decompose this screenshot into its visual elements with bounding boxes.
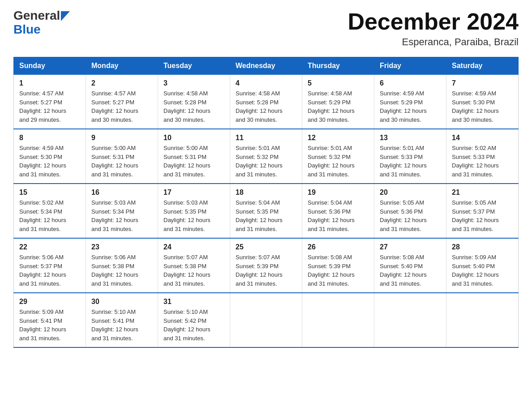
calendar-title: December 2024: [348, 9, 519, 34]
day-number: 9: [91, 134, 152, 142]
logo-wrapper: General Blue: [13, 9, 70, 37]
calendar-location: Esperanca, Paraiba, Brazil: [348, 36, 519, 48]
calendar-cell: 27 Sunrise: 5:08 AMSunset: 5:40 PMDaylig…: [374, 238, 446, 293]
calendar-cell: 16 Sunrise: 5:03 AMSunset: 5:34 PMDaylig…: [86, 184, 158, 238]
calendar-cell: 26 Sunrise: 5:08 AMSunset: 5:39 PMDaylig…: [302, 238, 374, 293]
day-info: Sunrise: 5:05 AMSunset: 5:37 PMDaylight:…: [452, 199, 499, 232]
day-number: 17: [163, 188, 224, 197]
day-info: Sunrise: 5:04 AMSunset: 5:36 PMDaylight:…: [308, 199, 355, 232]
calendar-cell: 15 Sunrise: 5:02 AMSunset: 5:34 PMDaylig…: [14, 184, 86, 238]
calendar-cell: [302, 293, 374, 347]
calendar-cell: 12 Sunrise: 5:01 AMSunset: 5:32 PMDaylig…: [302, 129, 374, 184]
svg-marker-0: [61, 11, 70, 21]
day-info: Sunrise: 4:58 AMSunset: 5:28 PMDaylight:…: [163, 90, 210, 123]
calendar-cell: 7 Sunrise: 4:59 AMSunset: 5:30 PMDayligh…: [446, 75, 519, 129]
day-number: 8: [19, 134, 80, 142]
calendar-cell: [230, 293, 302, 347]
day-number: 31: [163, 298, 224, 306]
calendar-week-row: 29 Sunrise: 5:09 AMSunset: 5:41 PMDaylig…: [14, 293, 519, 347]
day-number: 11: [236, 134, 296, 142]
day-number: 18: [236, 188, 296, 197]
calendar-cell: 3 Sunrise: 4:58 AMSunset: 5:28 PMDayligh…: [158, 75, 230, 129]
day-info: Sunrise: 5:10 AMSunset: 5:42 PMDaylight:…: [163, 308, 210, 342]
day-info: Sunrise: 5:06 AMSunset: 5:37 PMDaylight:…: [19, 254, 66, 287]
day-info: Sunrise: 5:06 AMSunset: 5:38 PMDaylight:…: [91, 254, 138, 287]
calendar-cell: [446, 293, 519, 347]
day-number: 30: [91, 298, 152, 306]
day-number: 29: [19, 298, 80, 306]
header-day-thursday: Thursday: [302, 57, 374, 75]
logo: General Blue: [13, 9, 70, 37]
day-number: 21: [452, 188, 513, 197]
calendar-cell: 4 Sunrise: 4:58 AMSunset: 5:28 PMDayligh…: [230, 75, 302, 129]
day-number: 23: [91, 243, 152, 251]
calendar-cell: 18 Sunrise: 5:04 AMSunset: 5:35 PMDaylig…: [230, 184, 302, 238]
day-number: 6: [380, 79, 441, 87]
calendar-week-row: 8 Sunrise: 4:59 AMSunset: 5:30 PMDayligh…: [14, 129, 519, 184]
calendar-cell: 1 Sunrise: 4:57 AMSunset: 5:27 PMDayligh…: [14, 75, 86, 129]
calendar-cell: 11 Sunrise: 5:01 AMSunset: 5:32 PMDaylig…: [230, 129, 302, 184]
day-number: 1: [19, 79, 80, 87]
day-number: 24: [163, 243, 224, 251]
day-info: Sunrise: 5:07 AMSunset: 5:38 PMDaylight:…: [163, 254, 210, 287]
calendar-cell: 10 Sunrise: 5:00 AMSunset: 5:31 PMDaylig…: [158, 129, 230, 184]
header-day-wednesday: Wednesday: [230, 57, 302, 75]
header-day-sunday: Sunday: [14, 57, 86, 75]
day-number: 20: [380, 188, 441, 197]
day-info: Sunrise: 5:03 AMSunset: 5:34 PMDaylight:…: [91, 199, 138, 232]
day-info: Sunrise: 4:59 AMSunset: 5:30 PMDaylight:…: [19, 145, 66, 178]
day-info: Sunrise: 5:00 AMSunset: 5:31 PMDaylight:…: [163, 145, 210, 178]
calendar-cell: 9 Sunrise: 5:00 AMSunset: 5:31 PMDayligh…: [86, 129, 158, 184]
calendar-cell: 2 Sunrise: 4:57 AMSunset: 5:27 PMDayligh…: [86, 75, 158, 129]
header-row: SundayMondayTuesdayWednesdayThursdayFrid…: [14, 57, 519, 75]
day-number: 27: [380, 243, 441, 251]
day-number: 16: [91, 188, 152, 197]
day-number: 25: [236, 243, 296, 251]
day-number: 13: [380, 134, 441, 142]
calendar-table: SundayMondayTuesdayWednesdayThursdayFrid…: [13, 57, 519, 348]
day-info: Sunrise: 5:03 AMSunset: 5:35 PMDaylight:…: [163, 199, 210, 232]
calendar-cell: [374, 293, 446, 347]
day-info: Sunrise: 4:57 AMSunset: 5:27 PMDaylight:…: [91, 90, 138, 123]
calendar-week-row: 22 Sunrise: 5:06 AMSunset: 5:37 PMDaylig…: [14, 238, 519, 293]
calendar-cell: 24 Sunrise: 5:07 AMSunset: 5:38 PMDaylig…: [158, 238, 230, 293]
header-day-monday: Monday: [86, 57, 158, 75]
day-number: 22: [19, 243, 80, 251]
day-info: Sunrise: 5:09 AMSunset: 5:41 PMDaylight:…: [19, 308, 66, 342]
calendar-cell: 21 Sunrise: 5:05 AMSunset: 5:37 PMDaylig…: [446, 184, 519, 238]
day-number: 19: [308, 188, 369, 197]
day-info: Sunrise: 5:01 AMSunset: 5:32 PMDaylight:…: [236, 145, 283, 178]
calendar-cell: 13 Sunrise: 5:01 AMSunset: 5:33 PMDaylig…: [374, 129, 446, 184]
day-number: 15: [19, 188, 80, 197]
day-info: Sunrise: 4:59 AMSunset: 5:30 PMDaylight:…: [452, 90, 499, 123]
calendar-cell: 8 Sunrise: 4:59 AMSunset: 5:30 PMDayligh…: [14, 129, 86, 184]
day-number: 3: [163, 79, 224, 87]
calendar-cell: 17 Sunrise: 5:03 AMSunset: 5:35 PMDaylig…: [158, 184, 230, 238]
logo-blue-text: Blue: [13, 22, 41, 36]
day-info: Sunrise: 4:57 AMSunset: 5:27 PMDaylight:…: [19, 90, 66, 123]
day-number: 28: [452, 243, 513, 251]
calendar-cell: 5 Sunrise: 4:58 AMSunset: 5:29 PMDayligh…: [302, 75, 374, 129]
calendar-cell: 30 Sunrise: 5:10 AMSunset: 5:41 PMDaylig…: [86, 293, 158, 347]
day-info: Sunrise: 4:59 AMSunset: 5:29 PMDaylight:…: [380, 90, 427, 123]
calendar-week-row: 15 Sunrise: 5:02 AMSunset: 5:34 PMDaylig…: [14, 184, 519, 238]
calendar-cell: 31 Sunrise: 5:10 AMSunset: 5:42 PMDaylig…: [158, 293, 230, 347]
calendar-header: SundayMondayTuesdayWednesdayThursdayFrid…: [14, 57, 519, 75]
day-number: 26: [308, 243, 369, 251]
day-number: 12: [308, 134, 369, 142]
calendar-cell: 23 Sunrise: 5:06 AMSunset: 5:38 PMDaylig…: [86, 238, 158, 293]
page-header: General Blue December 2024 Esperanca, Pa…: [13, 9, 519, 48]
header-day-friday: Friday: [374, 57, 446, 75]
header-day-saturday: Saturday: [446, 57, 519, 75]
calendar-cell: 19 Sunrise: 5:04 AMSunset: 5:36 PMDaylig…: [302, 184, 374, 238]
calendar-cell: 25 Sunrise: 5:07 AMSunset: 5:39 PMDaylig…: [230, 238, 302, 293]
calendar-week-row: 1 Sunrise: 4:57 AMSunset: 5:27 PMDayligh…: [14, 75, 519, 129]
day-info: Sunrise: 5:07 AMSunset: 5:39 PMDaylight:…: [236, 254, 283, 287]
day-info: Sunrise: 4:58 AMSunset: 5:29 PMDaylight:…: [308, 90, 355, 123]
day-info: Sunrise: 5:01 AMSunset: 5:32 PMDaylight:…: [308, 145, 355, 178]
day-info: Sunrise: 5:00 AMSunset: 5:31 PMDaylight:…: [91, 145, 138, 178]
day-info: Sunrise: 5:01 AMSunset: 5:33 PMDaylight:…: [380, 145, 427, 178]
day-info: Sunrise: 5:04 AMSunset: 5:35 PMDaylight:…: [236, 199, 283, 232]
calendar-cell: 22 Sunrise: 5:06 AMSunset: 5:37 PMDaylig…: [14, 238, 86, 293]
day-info: Sunrise: 5:02 AMSunset: 5:33 PMDaylight:…: [452, 145, 499, 178]
